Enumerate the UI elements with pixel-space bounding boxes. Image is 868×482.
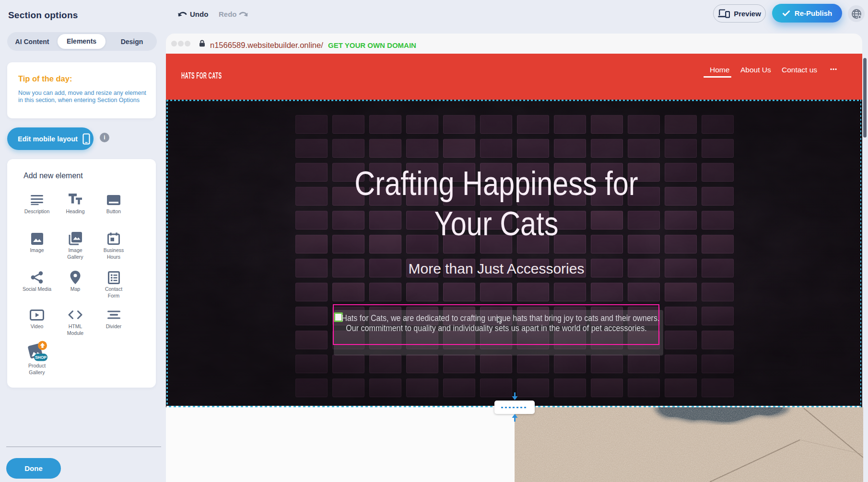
svg-text:SHOP: SHOP — [35, 355, 47, 360]
